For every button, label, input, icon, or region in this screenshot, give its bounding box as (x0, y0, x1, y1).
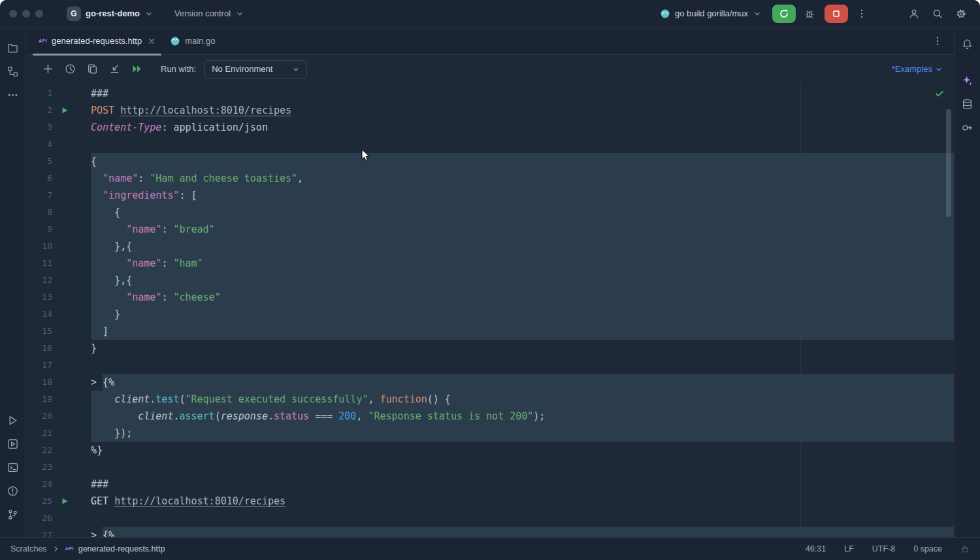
read-only-lock-icon[interactable] (960, 544, 970, 553)
run-button[interactable] (3, 410, 23, 430)
code-text: "name": "cheese" (91, 289, 954, 306)
editor-line[interactable]: 19 client.test("Request executed success… (26, 391, 954, 408)
editor-line[interactable]: 7 "ingredients": [ (26, 187, 954, 204)
gutter (52, 238, 91, 255)
line-number: 11 (26, 255, 52, 272)
breadcrumb-file[interactable]: generated-requests.http (78, 544, 165, 553)
project-selector[interactable]: G go-rest-demo (61, 4, 159, 24)
ai-assistant-button[interactable] (958, 71, 977, 90)
search-everywhere-button[interactable] (928, 5, 947, 23)
editor-line[interactable]: 14 } (26, 306, 954, 323)
editor-line[interactable]: 5{ (26, 153, 954, 170)
line-number: 18 (26, 374, 52, 391)
line-separator-widget[interactable]: LF (844, 544, 854, 553)
editor-line[interactable]: 20 client.assert(response.status === 200… (26, 408, 954, 425)
tab-generated-requests.http[interactable]: APIgenerated-requests.http (31, 27, 163, 55)
editor-line[interactable]: 4 (26, 136, 954, 153)
settings-button[interactable] (951, 5, 971, 23)
editor-line[interactable]: 3Content-Type: application/json (26, 119, 954, 136)
endpoints-button[interactable] (958, 118, 977, 137)
editor-line[interactable]: 6 "name": "Ham and cheese toasties", (26, 170, 954, 187)
debug-button[interactable] (800, 5, 819, 23)
editor-line[interactable]: 18> {% (26, 374, 954, 391)
user-account-button[interactable] (904, 5, 924, 23)
editor-line[interactable]: 2POST http://localhost:8010/recipes (26, 102, 954, 119)
vcs-label: Version control (174, 8, 231, 18)
indent-widget[interactable]: 0 space (913, 544, 942, 553)
editor-line[interactable]: 11 "name": "ham" (26, 255, 954, 272)
editor-line[interactable]: 15 ] (26, 323, 954, 340)
run-request-icon[interactable] (52, 102, 91, 119)
run-configuration-selector[interactable]: go build gorilla/mux (655, 6, 767, 22)
add-request-button[interactable] (39, 60, 57, 78)
environment-value: No Environment (212, 64, 272, 74)
more-actions-button[interactable] (852, 5, 872, 23)
terminal-button[interactable] (3, 457, 23, 477)
notifications-button[interactable] (958, 34, 977, 54)
problems-button[interactable] (3, 481, 23, 501)
history-button[interactable] (61, 60, 79, 78)
copy-request-button[interactable] (83, 60, 101, 78)
editor-line[interactable]: 12 },{ (26, 272, 954, 289)
services-button[interactable] (3, 434, 23, 453)
editor-line[interactable]: 27> {% (26, 527, 954, 537)
environment-selector[interactable]: No Environment (204, 60, 307, 78)
editor-line[interactable]: 9 "name": "bread" (26, 221, 954, 238)
caret-position-widget[interactable]: 46:31 (806, 544, 826, 553)
rerun-button[interactable] (772, 5, 796, 23)
tab-main.go[interactable]: main.go (163, 27, 222, 55)
editor-line[interactable]: 17 (26, 357, 954, 374)
vcs-widget[interactable]: Version control (169, 6, 250, 21)
stop-button[interactable] (825, 5, 848, 23)
breadcrumb-folder[interactable]: Scratches (10, 544, 47, 553)
editor-scrollbar[interactable] (946, 109, 951, 217)
editor-line[interactable]: 25GET http://localhost:8010/recipes (26, 493, 954, 510)
editor-options-button[interactable] (928, 32, 947, 50)
http-file-icon: API (65, 546, 74, 552)
project-folder-button[interactable] (3, 38, 23, 58)
gutter (52, 510, 91, 527)
editor-line[interactable]: 13 "name": "cheese" (26, 289, 954, 306)
close-window-button[interactable] (9, 10, 17, 18)
gutter (52, 323, 91, 340)
editor-line[interactable]: 8 { (26, 204, 954, 221)
editor-line[interactable]: 16} (26, 340, 954, 357)
database-button[interactable] (958, 94, 977, 114)
open-log-button[interactable] (105, 60, 123, 78)
editor-column: APIgenerated-requests.httpmain.go Run wi… (26, 27, 954, 537)
project-folder-icon (7, 42, 18, 54)
minimize-window-button[interactable] (22, 10, 30, 18)
gutter (52, 221, 91, 238)
zoom-window-button[interactable] (35, 10, 43, 18)
code-text: } (91, 340, 954, 357)
run-all-requests-button[interactable] (127, 60, 146, 78)
editor[interactable]: 1###2POST http://localhost:8010/recipes3… (26, 83, 954, 537)
terminal-icon (7, 462, 18, 473)
more-tool-windows-button[interactable] (3, 85, 23, 105)
encoding-widget[interactable]: UTF-8 (872, 544, 895, 553)
editor-line[interactable]: 22%} (26, 442, 954, 459)
close-tab-icon[interactable] (148, 37, 155, 45)
editor-line[interactable]: 24### (26, 476, 954, 493)
bug-icon (804, 8, 815, 19)
version-control-button[interactable] (3, 504, 23, 524)
tab-strip: APIgenerated-requests.httpmain.go (31, 27, 222, 55)
breadcrumb[interactable]: Scratches API generated-requests.http (10, 544, 165, 553)
activity-bar-left (0, 27, 26, 537)
examples-dropdown[interactable]: *Examples (892, 64, 943, 74)
run-request-icon[interactable] (52, 493, 91, 510)
inspections-ok-icon[interactable] (934, 88, 945, 101)
editor-line[interactable]: 21 }); (26, 425, 954, 442)
structure-button[interactable] (3, 61, 23, 81)
chevron-down-icon (235, 9, 244, 18)
line-number: 4 (26, 136, 52, 153)
editor-line[interactable]: 10 },{ (26, 238, 954, 255)
editor-line[interactable]: 26 (26, 510, 954, 527)
gutter (52, 119, 91, 136)
editor-line[interactable]: 23 (26, 459, 954, 476)
code-text: client.test("Request executed successful… (91, 391, 954, 408)
editor-line[interactable]: 1### (26, 85, 954, 102)
services-icon (7, 438, 18, 450)
code-text: POST http://localhost:8010/recipes (91, 102, 954, 119)
code-text: ### (91, 85, 954, 102)
